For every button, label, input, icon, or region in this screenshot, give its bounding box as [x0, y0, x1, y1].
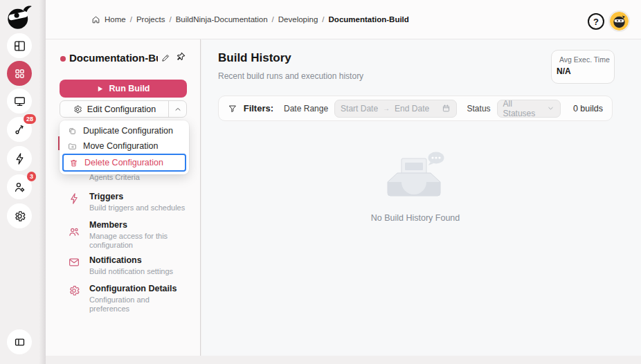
- user-gear-icon: [13, 181, 26, 194]
- rename-button[interactable]: [159, 53, 172, 65]
- date-range-input[interactable]: Start Date → End Date: [334, 100, 456, 118]
- breadcrumb-project[interactable]: BuildNinja-Documentation: [176, 15, 268, 24]
- menu-item-configuration-details[interactable]: Configuration Details Configuration and …: [68, 284, 188, 313]
- breadcrumb-separator: /: [169, 15, 171, 24]
- avg-exec-time-label: Avg Exec. Time: [559, 55, 610, 64]
- rail-dashboard-button[interactable]: [7, 33, 32, 58]
- play-icon: [96, 85, 104, 93]
- notifications-icon: [68, 256, 80, 276]
- pin-button[interactable]: [174, 51, 187, 64]
- menu-item-title: Members: [89, 220, 188, 230]
- folder-move-icon: [68, 142, 77, 151]
- move-configuration-item[interactable]: Move Configuration: [62, 138, 186, 154]
- empty-state-message: No Build History Found: [371, 213, 460, 223]
- pipelines-badge: 28: [24, 114, 36, 124]
- pipeline-branch-icon: [13, 123, 26, 136]
- menu-item-subtitle: Build triggers and schedules: [89, 203, 185, 212]
- nav-rail: 28 3: [0, 0, 39, 364]
- rail-team-button[interactable]: 3: [7, 174, 32, 199]
- help-button[interactable]: ?: [588, 13, 604, 30]
- breadcrumb-separator: /: [272, 15, 274, 24]
- copy-icon: [68, 127, 77, 136]
- configuration-title: Documentation-Bu...: [69, 52, 158, 64]
- lightning-icon: [13, 152, 26, 165]
- filters-bar: Filters: Date Range Start Date → End Dat…: [218, 95, 613, 121]
- rail-settings-button[interactable]: [7, 203, 32, 228]
- configuration-details-icon: [68, 284, 80, 313]
- breadcrumb-home[interactable]: Home: [105, 15, 126, 24]
- run-build-button[interactable]: Run Build: [60, 80, 187, 98]
- trash-icon: [69, 158, 78, 167]
- rail-actions-button[interactable]: [7, 146, 32, 171]
- chevron-down-icon: [547, 104, 554, 112]
- team-badge: 3: [27, 172, 36, 181]
- start-date-placeholder[interactable]: Start Date: [341, 104, 378, 113]
- calendar-icon[interactable]: [442, 104, 451, 113]
- ninja-avatar-icon: [610, 12, 629, 30]
- menu-item-subtitle: Configuration and preferences: [89, 295, 188, 313]
- gear-icon: [13, 210, 26, 223]
- rail-collapse-button[interactable]: [7, 329, 32, 354]
- status-dot: [60, 56, 66, 62]
- status-select[interactable]: All Statuses: [497, 100, 561, 118]
- avg-exec-time-card: Avg Exec. Time N/A: [551, 50, 615, 84]
- rail-projects-button[interactable]: [7, 61, 32, 86]
- duplicate-configuration-label: Duplicate Configuration: [83, 126, 173, 136]
- menu-item-members[interactable]: Members Manage access for this configura…: [68, 220, 188, 250]
- page-subtitle: Recent build runs and execution history: [218, 71, 363, 81]
- edit-configuration-button[interactable]: Edit Configuration: [60, 100, 187, 118]
- rail-pipelines-button[interactable]: 28: [7, 117, 32, 142]
- monitor-icon: [13, 95, 26, 108]
- question-mark-icon: ?: [593, 17, 599, 27]
- menu-item-title: Triggers: [89, 192, 185, 202]
- breadcrumb-separator: /: [322, 15, 324, 24]
- status-selected-value: All Statuses: [503, 99, 547, 118]
- build-history-panel: Build History Recent build runs and exec…: [201, 39, 641, 356]
- apps-grid-icon: [13, 67, 26, 80]
- duplicate-configuration-item[interactable]: Duplicate Configuration: [62, 123, 186, 138]
- home-icon: [91, 15, 100, 24]
- menu-item-notifications[interactable]: Notifications Build notification setting…: [68, 255, 173, 276]
- empty-inbox-illustration: [381, 149, 450, 210]
- breadcrumb-projects[interactable]: Projects: [136, 15, 165, 24]
- breadcrumb-separator: /: [130, 15, 132, 24]
- menu-item-subtitle: Manage access for this configuration: [89, 232, 188, 250]
- avg-exec-time-value: N/A: [557, 66, 609, 76]
- config-actions-dropdown: Duplicate Configuration Move Configurati…: [60, 120, 189, 174]
- triggers-icon: [68, 192, 80, 212]
- builds-count: 0 builds: [573, 104, 603, 113]
- run-build-label: Run Build: [109, 84, 150, 93]
- menu-item-subtitle: Build notification settings: [89, 267, 173, 276]
- chevron-up-icon: [174, 105, 182, 113]
- breadcrumb-subproject[interactable]: Developing: [278, 15, 318, 24]
- rail-monitor-button[interactable]: [7, 89, 32, 113]
- empty-state: No Build History Found: [218, 149, 613, 223]
- range-arrow-icon: →: [383, 104, 390, 112]
- buildninja-logo[interactable]: [6, 3, 33, 31]
- move-configuration-label: Move Configuration: [83, 141, 158, 151]
- date-range-label: Date Range: [284, 104, 328, 113]
- dashboard-icon: [13, 39, 26, 53]
- page-title: Build History: [218, 51, 291, 65]
- pin-icon: [175, 51, 186, 62]
- user-avatar[interactable]: [610, 12, 629, 30]
- menu-item-title: Configuration Details: [89, 284, 188, 294]
- delete-configuration-label: Delete Configuration: [84, 158, 163, 167]
- collapse-sidebar-icon: [13, 336, 26, 349]
- delete-configuration-item[interactable]: Delete Configuration: [62, 154, 186, 172]
- breadcrumb: Home / Projects / BuildNinja-Documentati…: [91, 0, 409, 39]
- status-label: Status: [467, 104, 491, 113]
- rail-divider: [39, 0, 46, 364]
- edit-configuration-label: Edit Configuration: [87, 104, 156, 114]
- topbar: Home / Projects / BuildNinja-Documentati…: [39, 0, 641, 39]
- gear-icon: [73, 104, 82, 114]
- filter-funnel-icon: [228, 104, 237, 113]
- pencil-icon: [161, 53, 171, 63]
- breadcrumb-current: Documentation-Build: [329, 15, 409, 24]
- ninja-logo-icon: [6, 3, 33, 31]
- end-date-placeholder[interactable]: End Date: [395, 104, 429, 113]
- menu-item-triggers[interactable]: Triggers Build triggers and schedules: [68, 192, 185, 212]
- app-window: 28 3: [0, 0, 641, 364]
- filters-label: Filters:: [244, 103, 273, 113]
- edit-configuration-caret[interactable]: [168, 101, 186, 117]
